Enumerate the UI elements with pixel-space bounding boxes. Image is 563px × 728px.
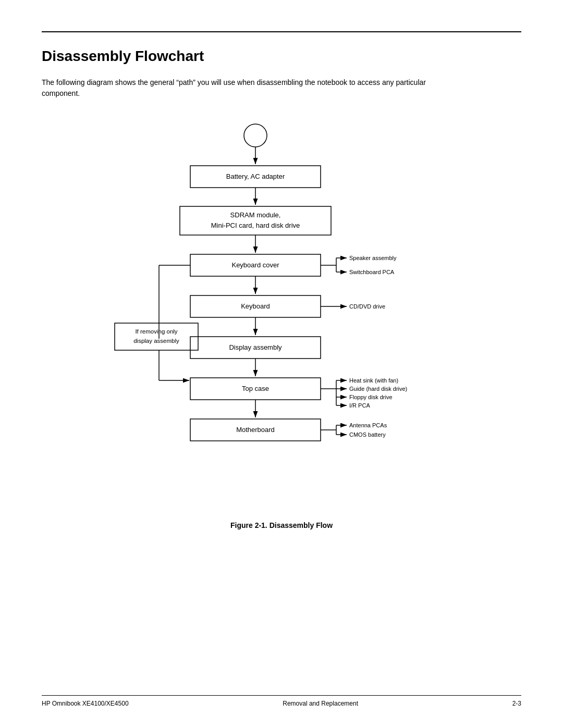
intro-text: The following diagram shows the general … [42,77,459,99]
if-removing-label2: display assembly [133,338,179,344]
top-case-label: Top case [242,385,269,392]
speaker-assembly-label: Speaker assembly [349,255,397,261]
cmos-label: CMOS battery [349,431,386,438]
cddvd-label: CD/DVD drive [349,303,385,310]
figure-caption: Figure 2-1. Disassembly Flow [42,521,521,529]
keyboard-label: Keyboard [241,302,270,310]
page-title: Disassembly Flowchart [42,48,521,65]
footer-center: Removal and Replacement [283,700,358,707]
page: Disassembly Flowchart The following diag… [0,0,563,728]
irpca-label: I/R PCA [349,402,370,409]
sdram-label2: Mini-PCI card, hard disk drive [211,221,300,229]
start-circle [244,124,267,147]
footer-right: 2-3 [512,700,521,707]
flowchart-container: Battery, AC adapter SDRAM module, Mini-P… [99,120,464,511]
heatsink-label: Heat sink (with fan) [349,377,398,384]
floppy-label: Floppy disk drive [349,394,393,400]
flowchart-svg: Battery, AC adapter SDRAM module, Mini-P… [99,120,464,516]
footer-left: HP Omnibook XE4100/XE4500 [42,700,129,707]
top-border [42,31,521,32]
footer: HP Omnibook XE4100/XE4500 Removal and Re… [42,695,521,707]
sdram-label1: SDRAM module, [230,211,281,219]
if-removing-label1: If removing only [135,328,177,335]
if-removing-box [115,323,198,350]
battery-label: Battery, AC adapter [226,172,285,180]
switchboard-label: Switchboard PCA [349,269,395,275]
keyboard-cover-label: Keyboard cover [231,261,279,269]
display-label: Display assembly [229,343,282,351]
antenna-label: Antenna PCAs [349,422,387,428]
guide-label: Guide (hard disk drive) [349,386,407,392]
motherboard-label: Motherboard [236,426,275,434]
